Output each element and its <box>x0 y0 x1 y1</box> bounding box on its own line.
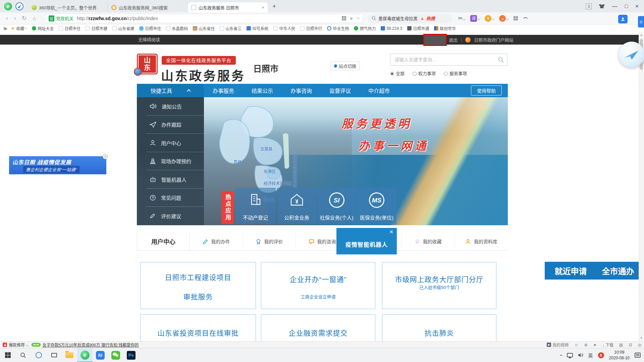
tab-my-items[interactable]: 我的办件 <box>190 232 243 251</box>
highlighted-username-box[interactable] <box>423 34 447 46</box>
close-icon[interactable]: ✕ <box>389 229 393 235</box>
nav-item-results[interactable]: 结果公示 <box>243 86 282 95</box>
scroll-up-icon[interactable]: ▲ <box>640 34 643 37</box>
quick-menu-notice[interactable]: 通知公告 <box>137 97 204 116</box>
card-department-halls[interactable]: 市级网上政务大厅部门分厅 已入驻市级50个部门 <box>382 262 496 309</box>
wechat-button[interactable] <box>108 348 123 362</box>
wallet-icon[interactable]: ¥ <box>485 15 494 22</box>
home-button[interactable]: ⌂ <box>33 15 36 22</box>
nearby-apply-bar[interactable]: 就近申请 全市通办 <box>545 262 644 280</box>
favorites-menu[interactable]: ★ 收藏 <box>11 25 27 31</box>
maximize-button[interactable]: □ <box>625 3 628 9</box>
site-search-input[interactable] <box>390 54 491 65</box>
bookmark-item[interactable]: 网址大全 <box>32 25 54 31</box>
back-button[interactable]: ‹ <box>6 15 8 22</box>
compat-mode-icon[interactable]: e <box>350 16 353 21</box>
map-label-donggang[interactable]: 东港区 <box>264 168 276 174</box>
forward-button[interactable]: › <box>14 15 16 22</box>
nearby-apply[interactable]: 就近申请 <box>555 265 587 277</box>
download-button[interactable]: ↓ 下载 <box>602 342 613 348</box>
browser-360-button[interactable]: e <box>77 348 93 362</box>
help-button[interactable]: 使用帮助 <box>471 85 502 96</box>
hot-app-medical-insurance[interactable]: MS 医保业务(单位) <box>357 188 396 224</box>
minimize-button[interactable]: — <box>612 3 617 9</box>
filter-power-items[interactable]: 权力事项 <box>413 70 436 76</box>
quick-tools-toggle[interactable]: 快捷工具 <box>137 84 204 97</box>
task-view-button[interactable] <box>46 348 62 362</box>
bookmark-item[interactable]: 日照市住 <box>139 25 161 31</box>
page-scrollbar[interactable] <box>639 32 644 341</box>
nav-item-consult[interactable]: 办事咨询 <box>282 86 321 95</box>
my-video-button[interactable]: ▶我的视频 <box>547 342 569 348</box>
map-label-shanhaitian[interactable]: 山海天旅游度假区 <box>292 151 298 188</box>
bookmark-item[interactable]: 日照市行 <box>300 25 322 31</box>
hot-app-social-insurance[interactable]: SI 社保业务(个人) <box>317 188 356 224</box>
nav-item-agency[interactable]: 中介超市 <box>360 86 398 95</box>
bookmark-item[interactable]: 日照市住 <box>59 25 80 31</box>
bookmark-item[interactable]: 中华人民 <box>273 25 295 31</box>
promo-ad-banner[interactable]: 山东日照 战疫情促发展 惠企利企便企业务“一站通” × <box>9 156 106 174</box>
hot-app-real-estate[interactable]: 不动产登记 <box>235 188 276 224</box>
tab-count-badge[interactable]: 3 <box>586 3 592 9</box>
quick-menu-onsite[interactable]: 现场办理预约 <box>137 152 204 171</box>
recommend-label[interactable]: 爆款推荐 <box>9 342 25 348</box>
card-construction-approval[interactable]: 日照市工程建设项目 审批服务 <box>140 262 256 309</box>
browser-logo-icon[interactable]: e <box>4 2 12 10</box>
bookmark-item[interactable]: 燃气热力 <box>354 25 376 31</box>
hot-app-housing-fund[interactable]: ¥ 公积金业务 <box>277 188 316 224</box>
url-text[interactable]: http://rzzwfw.sd.gov.cn/rz/public/index <box>77 16 158 21</box>
compass-icon[interactable] <box>15 2 23 10</box>
nav-item-services[interactable]: 办事服务 <box>204 86 243 95</box>
undo-icon[interactable] <box>523 16 528 21</box>
tab-my-favorites[interactable]: ☆ 我的收藏 <box>402 232 455 251</box>
browser-tab-1[interactable]: 360导航_一个主页，整个世界 <box>28 2 108 12</box>
url-grid-icon[interactable] <box>342 16 346 20</box>
hot-search-query[interactable]: 患尿毒症被生母拉黑 <box>378 15 418 21</box>
assistant-float-button[interactable] <box>619 42 644 68</box>
map-label-juxian[interactable]: 莒县 <box>233 159 241 165</box>
map-label-kaifaqu[interactable]: 经济技术开发区 <box>264 180 292 186</box>
logout-link[interactable]: 退出 <box>449 37 458 43</box>
browser-tab-3-active[interactable]: 山东政务服务 日照市 × <box>188 2 268 12</box>
accessibility-link[interactable]: 无障碍阅读 <box>138 35 160 45</box>
browser-tab-2[interactable]: 山东政务服务网_360搜索 <box>108 2 188 12</box>
filter-all[interactable]: 全部 <box>390 70 405 76</box>
tray-expand-icon[interactable]: › <box>558 354 564 356</box>
game-icon[interactable]: ᴗ <box>499 15 508 22</box>
url-dropdown-icon[interactable] <box>357 16 360 19</box>
citywide-service[interactable]: 全市通办 <box>602 265 634 277</box>
nav-item-supervise[interactable]: 监督评议 <box>321 86 360 95</box>
sidebar-drag-handle[interactable]: ☰ <box>638 16 644 27</box>
bookmark-item[interactable]: 59.224.3 <box>381 26 402 31</box>
volume-icon[interactable] <box>578 353 583 358</box>
bookmark-item[interactable]: 叫号系统 <box>247 25 268 31</box>
quick-menu-user-center[interactable]: 用户中心 <box>137 134 204 152</box>
quick-menu-faq[interactable]: ? 常见问题 <box>137 189 204 207</box>
network-icon[interactable] <box>567 353 573 357</box>
panel-icon[interactable]: ▤ <box>619 343 623 347</box>
bookmark-item[interactable]: 日照市建 <box>86 25 107 31</box>
iu-app-button[interactable]: iU <box>93 348 108 362</box>
tab-close-icon[interactable]: × <box>262 5 264 10</box>
language-indicator[interactable]: 英 <box>588 352 593 359</box>
recommend-headline[interactable]: 女子存款5万元10年后变成900万 银行告知:钱都是你的 <box>43 342 139 348</box>
taskbar-search-button[interactable] <box>15 348 31 362</box>
translate-icon[interactable]: 译 <box>470 15 480 22</box>
bookmark-item[interactable]: 山东省建 <box>112 25 134 31</box>
emoji-icon[interactable]: ☺ <box>574 343 578 347</box>
photoshop-button[interactable]: Ps <box>123 348 139 362</box>
collapse-icon[interactable]: I▶ <box>3 26 8 31</box>
scissors-icon[interactable]: ✂ <box>458 15 465 21</box>
card-enterprise-open[interactable]: 企业开办“一窗通” 工商企业设立申请 <box>261 262 375 309</box>
crosshair-icon[interactable]: ⊕ <box>584 343 588 347</box>
bookmark-item[interactable]: 水晶数码 <box>166 25 188 31</box>
zoom-icon[interactable]: ◎ <box>638 343 641 347</box>
site-switch-button[interactable]: 站点切换 <box>330 61 360 70</box>
search-icon[interactable] <box>498 57 504 63</box>
tab-my-library[interactable]: 我的资料库 <box>455 232 508 251</box>
close-button[interactable]: × <box>635 3 639 10</box>
browser-search-box[interactable]: 患尿毒症被生母拉黑 ▲ 热搜 <box>368 14 452 23</box>
scroll-down-icon[interactable]: ▼ <box>640 337 643 340</box>
skin-icon[interactable] <box>599 4 604 8</box>
taskbar-clock[interactable]: 10:09 2020-08-10 <box>609 350 630 360</box>
